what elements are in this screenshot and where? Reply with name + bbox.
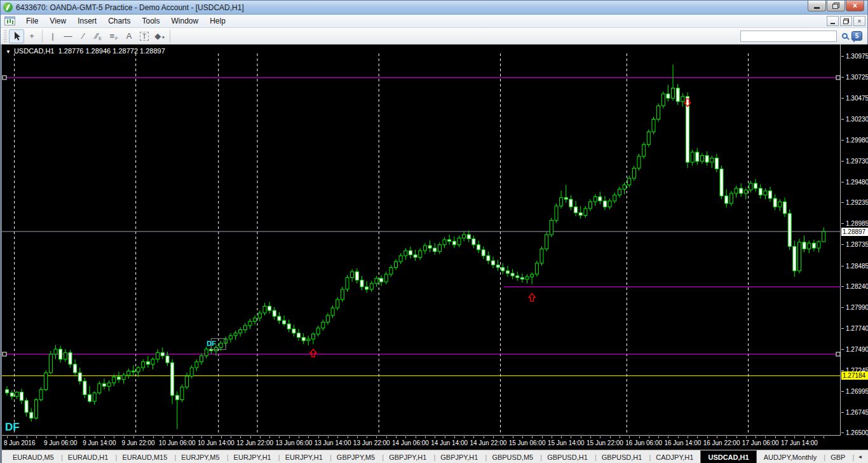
price-tick-label: 1.28735 — [846, 241, 868, 249]
time-axis-label: 14 Jun 06:00 — [392, 439, 429, 446]
cursor-icon — [13, 31, 21, 41]
menu-view[interactable]: View — [44, 15, 72, 27]
time-axis-label: 16 Jun 06:00 — [625, 439, 662, 446]
equidistant-channel-icon: ∕∕ — [95, 32, 98, 41]
chart-tab-gbp[interactable]: GBP — [824, 450, 852, 463]
time-axis-label: 12 Jun 22:00 — [236, 439, 273, 446]
time-tick — [561, 436, 562, 438]
time-tick — [794, 436, 795, 438]
time-tick — [678, 436, 679, 438]
chart-tab-euraud-m15[interactable]: EURAUD,M15 — [115, 450, 174, 463]
crosshair-tool-button[interactable]: + — [24, 29, 39, 43]
tab-scroll-left-icon[interactable]: ◄ — [857, 454, 862, 460]
time-axis-label: 15 Jun 14:00 — [548, 439, 585, 446]
chart-tab-cadjpy-h1[interactable]: CADJPY,H1 — [649, 450, 700, 463]
close-icon: × — [853, 1, 857, 10]
price-tick-label: 1.30230 — [846, 116, 868, 123]
time-tick — [367, 436, 367, 438]
chart-close-button[interactable]: × — [853, 16, 865, 26]
time-axis-label: 13 Jun 22:00 — [353, 439, 390, 446]
chart-tab-euraud-h1[interactable]: EURAUD,H1 — [61, 450, 116, 463]
search-input[interactable] — [740, 31, 837, 42]
cursor-tool-button[interactable] — [9, 29, 24, 43]
chart-tab-gbpusd-h1[interactable]: GBPUSD,H1 — [540, 450, 595, 463]
chevron-down-icon[interactable]: ▼ — [6, 49, 11, 55]
menu-charts[interactable]: Charts — [102, 15, 136, 27]
chart-tab-gbpjpy-h1[interactable]: GBPJPY,H1 — [382, 450, 433, 463]
text-label-icon: T — [140, 32, 149, 41]
toolbar-grip[interactable] — [4, 30, 7, 43]
time-tick — [620, 436, 620, 438]
candlestick-chart[interactable] — [2, 45, 841, 436]
time-tick — [192, 436, 193, 438]
time-tick — [473, 436, 474, 438]
window-minimize-button[interactable] — [808, 1, 826, 11]
chart-tab-eurjpy-m5[interactable]: EURJPY,M5 — [174, 450, 226, 463]
menu-tools[interactable]: Tools — [137, 15, 166, 27]
window-close-button[interactable]: × — [846, 1, 864, 11]
time-tick — [746, 436, 747, 438]
time-axis-label: 13 Jun 14:00 — [315, 439, 351, 446]
price-axis[interactable]: 1.309751.307251.304751.302301.299801.297… — [841, 45, 868, 436]
vertical-line-tool-button[interactable]: | — [45, 29, 60, 43]
time-axis-label: 8 Jun 2016 — [4, 439, 36, 446]
restore-icon — [832, 3, 839, 9]
menu-insert[interactable]: Insert — [72, 15, 102, 27]
menu-bar: FileViewInsertChartsToolsWindowHelp × — [1, 15, 867, 28]
time-tick — [639, 436, 640, 438]
text-label-tool-button[interactable]: T — [137, 29, 152, 43]
chart-minimize-button[interactable] — [827, 16, 839, 26]
time-axis-label: 17 Jun 14:00 — [781, 439, 818, 446]
menu-file[interactable]: File — [20, 15, 44, 27]
time-tick — [600, 436, 600, 438]
chart-tab-audjpy-monthly[interactable]: AUDJPY,Monthly — [757, 450, 824, 463]
price-tick-label: 1.26995 — [846, 388, 868, 396]
menu-window[interactable]: Window — [166, 15, 205, 27]
text-tool-button[interactable]: A — [121, 29, 137, 43]
chart-tab-gbpusd-h1[interactable]: GBPUSD,H1 — [595, 450, 649, 463]
time-tick — [143, 436, 144, 438]
equidistant-channel-tool-button[interactable]: ∕∕E — [91, 29, 106, 43]
arrows-tool-button[interactable]: ◆▾ — [152, 29, 167, 43]
window-restore-button[interactable] — [827, 1, 845, 11]
time-tick — [707, 436, 708, 438]
time-tick — [804, 436, 805, 438]
time-tick — [658, 436, 659, 438]
minimize-icon — [814, 7, 820, 9]
time-axis[interactable]: 8 Jun 20169 Jun 06:009 Jun 14:009 Jun 22… — [2, 436, 868, 450]
news-notification-icon[interactable]: 5 — [851, 31, 862, 41]
horizontal-line-tool-button[interactable]: — — [60, 29, 76, 43]
chart-document-icon[interactable] — [4, 17, 15, 25]
menu-help[interactable]: Help — [204, 15, 231, 27]
price-tick-label: 1.30725 — [846, 74, 868, 81]
time-tick — [542, 436, 543, 438]
price-tick-label: 1.29235 — [846, 199, 868, 207]
time-tick — [289, 436, 290, 438]
dropdown-caret-icon: ▾ — [162, 34, 165, 41]
chart-restore-button[interactable] — [840, 16, 852, 26]
time-tick — [571, 436, 571, 438]
time-tick — [503, 436, 503, 438]
time-tick — [201, 436, 202, 438]
trendline-tool-button[interactable]: ∕ — [76, 29, 91, 43]
chart-tab-euraud-m5[interactable]: EURAUD,M5 — [6, 450, 61, 463]
time-tick — [697, 436, 698, 438]
time-axis-label: 14 Jun 14:00 — [431, 439, 468, 446]
price-tick-label: 1.29480 — [846, 179, 868, 186]
time-tick — [581, 436, 581, 438]
chart-tab-gbpjpy-m5[interactable]: GBPJPY,M5 — [330, 450, 382, 463]
chart-info-readout[interactable]: ▼USDCAD,H1 1.28776 1.28946 1.28772 1.288… — [6, 47, 165, 55]
df-pattern-label: DF — [207, 340, 216, 347]
chart-tab-eurjpy-h1[interactable]: EURJPY,H1 — [278, 450, 330, 463]
time-tick — [736, 436, 737, 438]
time-tick — [610, 436, 611, 438]
fibonacci-retracement-tool-button[interactable]: ≡F — [106, 29, 121, 43]
chart-tab-gbpusd-m5[interactable]: GBPUSD,M5 — [485, 450, 540, 463]
chart-tab-eurjpy-h1[interactable]: EURJPY,H1 — [227, 450, 278, 463]
time-tick — [56, 436, 57, 438]
chart-tab-usdcad-h1[interactable]: USDCAD,H1 — [700, 450, 756, 463]
chart-plot-area[interactable] — [2, 45, 841, 436]
search-icon[interactable] — [842, 33, 848, 39]
chart-tab-gbpjpy-h1[interactable]: GBPJPY,H1 — [433, 450, 485, 463]
time-tick — [357, 436, 358, 438]
